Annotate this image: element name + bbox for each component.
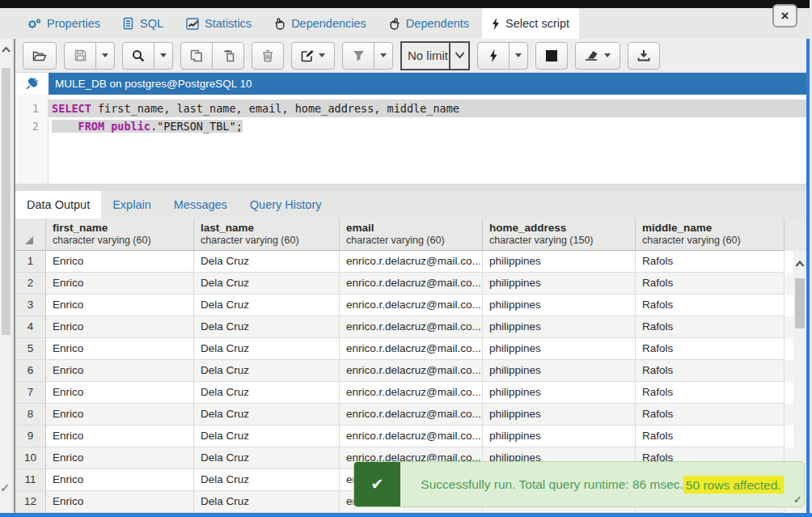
- table-cell[interactable]: philippines: [483, 316, 636, 338]
- table-cell[interactable]: philippines: [483, 295, 636, 316]
- column-header-email[interactable]: email character varying (60): [340, 218, 483, 251]
- row-number[interactable]: 11: [15, 469, 46, 491]
- filter-button[interactable]: [342, 42, 374, 70]
- execute-options-button[interactable]: [509, 42, 528, 70]
- row-number[interactable]: 12: [15, 491, 46, 513]
- row-number[interactable]: 7: [15, 382, 46, 404]
- table-cell[interactable]: Dela Cruz: [194, 491, 340, 513]
- select-all-corner[interactable]: [15, 218, 46, 251]
- tab-data-output[interactable]: Data Output: [15, 191, 101, 218]
- table-cell[interactable]: Enrico: [46, 491, 194, 513]
- table-cell[interactable]: enrico.r.delacruz@mail.co...: [340, 426, 483, 447]
- table-cell[interactable]: philippines: [483, 273, 636, 295]
- stop-button[interactable]: [535, 42, 568, 70]
- table-cell[interactable]: Enrico: [46, 382, 194, 404]
- table-cell[interactable]: enrico.r.delacruz@mail.co...: [340, 404, 483, 426]
- row-number[interactable]: 9: [15, 426, 46, 447]
- table-cell[interactable]: Rafols: [636, 382, 785, 404]
- delete-button[interactable]: [252, 42, 284, 70]
- table-cell[interactable]: philippines: [483, 426, 636, 447]
- row-number[interactable]: 2: [15, 273, 46, 295]
- tab-sql[interactable]: SQL: [113, 8, 173, 39]
- row-number[interactable]: 10: [15, 447, 46, 469]
- save-button[interactable]: [64, 42, 96, 70]
- tab-properties[interactable]: Properties: [18, 8, 110, 39]
- table-cell[interactable]: Enrico: [46, 404, 194, 426]
- tab-statistics[interactable]: Statistics: [176, 8, 261, 39]
- table-cell[interactable]: Rafols: [636, 426, 785, 447]
- table-cell[interactable]: Enrico: [46, 338, 194, 360]
- table-cell[interactable]: enrico.r.delacruz@mail.co...: [340, 295, 483, 316]
- find-button[interactable]: [122, 42, 154, 70]
- tab-explain[interactable]: Explain: [101, 191, 163, 218]
- table-cell[interactable]: philippines: [483, 382, 636, 404]
- table-cell[interactable]: Enrico: [46, 469, 194, 491]
- table-cell[interactable]: Dela Cruz: [194, 360, 340, 382]
- close-button[interactable]: ×: [772, 4, 797, 28]
- open-file-button[interactable]: [23, 42, 57, 70]
- table-cell[interactable]: Dela Cruz: [194, 404, 340, 426]
- panel-splitter[interactable]: [15, 184, 806, 191]
- find-options-button[interactable]: [154, 42, 173, 70]
- row-number[interactable]: 6: [15, 360, 46, 382]
- row-number[interactable]: 4: [15, 316, 46, 338]
- edit-options-button[interactable]: [291, 42, 335, 70]
- filter-options-button[interactable]: [374, 42, 393, 70]
- copy-button[interactable]: [180, 42, 213, 70]
- tab-dependencies[interactable]: Dependencies: [264, 8, 376, 39]
- tab-query-history[interactable]: Query History: [239, 191, 333, 218]
- table-cell[interactable]: Dela Cruz: [194, 426, 340, 447]
- row-number[interactable]: 1: [15, 251, 46, 273]
- scrollbar-thumb[interactable]: [2, 68, 11, 335]
- table-cell[interactable]: Dela Cruz: [194, 295, 340, 316]
- code-area[interactable]: SELECT first_name, last_name, email, hom…: [49, 95, 806, 184]
- table-cell[interactable]: Dela Cruz: [194, 447, 340, 469]
- table-cell[interactable]: Enrico: [46, 273, 194, 295]
- save-options-button[interactable]: [95, 42, 115, 70]
- table-cell[interactable]: enrico.r.delacruz@mail.co...: [340, 382, 483, 404]
- table-cell[interactable]: Enrico: [46, 360, 194, 382]
- table-cell[interactable]: enrico.r.delacruz@mail.co...: [340, 360, 483, 382]
- table-cell[interactable]: Rafols: [636, 316, 785, 338]
- table-cell[interactable]: enrico.r.delacruz@mail.co...: [340, 338, 483, 360]
- table-cell[interactable]: Enrico: [46, 426, 194, 447]
- table-cell[interactable]: Dela Cruz: [194, 316, 340, 338]
- table-cell[interactable]: Rafols: [636, 360, 785, 382]
- tab-messages[interactable]: Messages: [163, 191, 239, 218]
- tab-dependents[interactable]: Dependents: [379, 8, 479, 39]
- row-number[interactable]: 3: [15, 295, 46, 316]
- tab-select-script[interactable]: Select script: [482, 8, 579, 39]
- download-csv-button[interactable]: [628, 42, 660, 70]
- table-cell[interactable]: Enrico: [46, 447, 194, 469]
- table-cell[interactable]: Dela Cruz: [194, 469, 340, 491]
- table-cell[interactable]: philippines: [483, 338, 636, 360]
- column-header-middle-name[interactable]: middle_name character varying (60): [636, 218, 785, 251]
- table-cell[interactable]: enrico.r.delacruz@mail.co...: [340, 316, 483, 338]
- table-cell[interactable]: Dela Cruz: [194, 251, 340, 273]
- paste-button[interactable]: [212, 42, 244, 70]
- table-cell[interactable]: Rafols: [636, 273, 785, 295]
- execute-button[interactable]: [477, 42, 510, 70]
- row-limit-select[interactable]: No limit: [400, 41, 470, 70]
- table-cell[interactable]: Rafols: [636, 338, 785, 360]
- table-cell[interactable]: Enrico: [46, 251, 194, 273]
- table-cell[interactable]: Rafols: [636, 404, 785, 426]
- table-cell[interactable]: Enrico: [46, 295, 194, 316]
- table-cell[interactable]: Enrico: [46, 316, 194, 338]
- column-header-last-name[interactable]: last_name character varying (60): [194, 218, 340, 251]
- scrollbar-thumb[interactable]: [795, 278, 805, 328]
- table-cell[interactable]: enrico.r.delacruz@mail.co...: [340, 273, 483, 295]
- row-number[interactable]: 8: [15, 404, 46, 426]
- table-cell[interactable]: Dela Cruz: [194, 338, 340, 360]
- column-header-home-address[interactable]: home_address character varying (150): [483, 218, 636, 251]
- table-cell[interactable]: Dela Cruz: [194, 273, 340, 295]
- clear-button[interactable]: [575, 42, 620, 70]
- table-cell[interactable]: philippines: [483, 251, 636, 273]
- table-cell[interactable]: Rafols: [636, 295, 785, 316]
- table-cell[interactable]: philippines: [483, 404, 636, 426]
- table-cell[interactable]: enrico.r.delacruz@mail.co...: [340, 251, 483, 273]
- table-cell[interactable]: Dela Cruz: [194, 382, 340, 404]
- row-number[interactable]: 5: [15, 338, 46, 360]
- table-cell[interactable]: philippines: [483, 360, 636, 382]
- column-header-first-name[interactable]: first_name character varying (60): [46, 218, 194, 251]
